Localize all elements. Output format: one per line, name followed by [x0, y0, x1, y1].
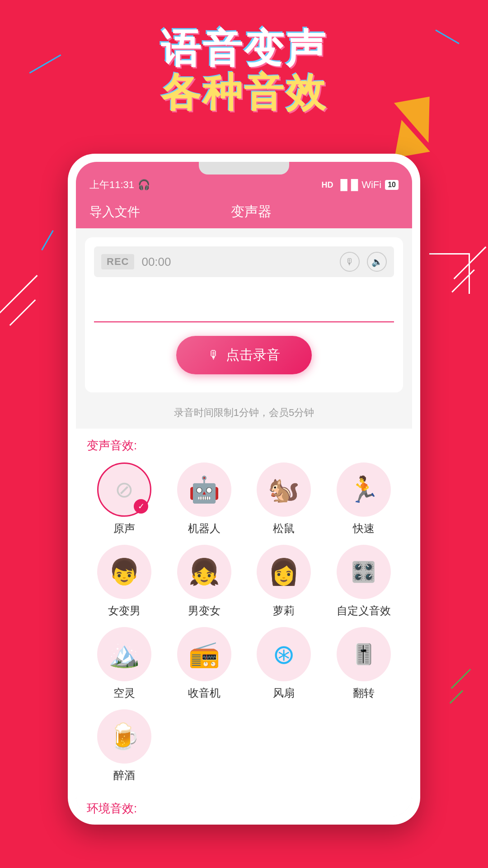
status-time: 上午11:31 [89, 178, 134, 192]
effects-grid: ⊘ ✓ 原声 🤖 机器人 [87, 462, 401, 783]
effect-label-fan: 风扇 [273, 686, 295, 700]
effect-circle-original: ⊘ ✓ [97, 462, 151, 517]
effect-circle-squirrel: 🐿️ [257, 462, 311, 517]
app-header: 导入文件 变声器 [76, 195, 412, 228]
mic-icon[interactable]: 🎙 [340, 252, 360, 272]
phone-mockup: 上午11:31 🎧 HD ▐▌█ WiFi 10 导入文件 变声器 [68, 154, 420, 825]
title-area: 语音变声 各种音效 [0, 27, 488, 115]
title-line1: 语音变声 [0, 27, 488, 71]
headphone-icon: 🎧 [138, 179, 150, 191]
waveform-area [94, 286, 394, 322]
effect-label-fast: 快速 [353, 521, 375, 536]
effect-label-squirrel: 松鼠 [273, 521, 295, 536]
record-button-label: 点击录音 [226, 346, 280, 364]
effect-circle-fan: ⊛ [257, 627, 311, 681]
effect-circle-f2m: 👦 [97, 545, 151, 599]
rec-badge: REC [101, 254, 134, 269]
effect-circle-ethereal: 🏔️ [97, 627, 151, 681]
status-right: HD ▐▌█ WiFi 10 [321, 179, 399, 191]
effect-circle-flip: 🎚️ [337, 627, 391, 681]
status-left: 上午11:31 🎧 [89, 178, 150, 192]
effects-section-label: 变声音效: [87, 438, 401, 453]
recording-area: REC 00:00 🎙 🔈 [85, 237, 403, 392]
battery-indicator: 10 [385, 180, 399, 190]
effect-label-m2f: 男变女 [188, 604, 221, 618]
app-title: 变声器 [231, 203, 272, 221]
effect-label-ethereal: 空灵 [113, 686, 135, 700]
effect-label-molly: 萝莉 [273, 604, 295, 618]
effect-circle-radio: 📻 [177, 627, 231, 681]
effect-ethereal[interactable]: 🏔️ 空灵 [87, 627, 162, 700]
effect-fast[interactable]: 🏃 快速 [326, 462, 402, 536]
effect-robot[interactable]: 🤖 机器人 [167, 462, 242, 536]
phone-screen: 上午11:31 🎧 HD ▐▌█ WiFi 10 导入文件 变声器 [76, 162, 412, 816]
effect-label-f2m: 女变男 [108, 604, 141, 618]
record-btn-container: 🎙 点击录音 [94, 327, 394, 383]
effect-flip[interactable]: 🎚️ 翻转 [326, 627, 402, 700]
effect-original[interactable]: ⊘ ✓ 原声 [87, 462, 162, 536]
effect-circle-drunk: 🍺 [97, 709, 151, 764]
effect-circle-molly: 👩 [257, 545, 311, 599]
effect-circle-robot: 🤖 [177, 462, 231, 517]
effect-custom[interactable]: 🎛️ 自定义音效 [326, 545, 402, 618]
effects-section: 变声音效: ⊘ ✓ 原声 🤖 [76, 429, 412, 796]
effect-radio[interactable]: 📻 收音机 [167, 627, 242, 700]
effect-label-drunk: 醉酒 [113, 768, 135, 783]
record-button[interactable]: 🎙 点击录音 [176, 336, 312, 374]
speaker-icon[interactable]: 🔈 [367, 252, 387, 272]
effect-label-robot: 机器人 [188, 521, 221, 536]
check-badge-original: ✓ [134, 499, 148, 514]
recording-hint: 录音时间限制1分钟，会员5分钟 [76, 401, 412, 429]
effect-label-flip: 翻转 [353, 686, 375, 700]
effect-fan[interactable]: ⊛ 风扇 [246, 627, 322, 700]
effect-m2f[interactable]: 👧 男变女 [167, 545, 242, 618]
effect-circle-fast: 🏃 [337, 462, 391, 517]
import-file-button[interactable]: 导入文件 [89, 203, 140, 221]
rec-timer: 00:00 [141, 255, 333, 269]
signal-icon: ▐▌█ [337, 179, 358, 191]
record-mic-icon: 🎙 [208, 348, 220, 362]
effect-label-radio: 收音机 [188, 686, 221, 700]
effect-circle-m2f: 👧 [177, 545, 231, 599]
rec-bar: REC 00:00 🎙 🔈 [94, 246, 394, 277]
phone-notch [199, 162, 289, 175]
rec-icons: 🎙 🔈 [340, 252, 387, 272]
title-line2: 各种音效 [0, 71, 488, 115]
effect-molly[interactable]: 👩 萝莉 [246, 545, 322, 618]
effect-circle-custom: 🎛️ [337, 545, 391, 599]
wifi-icon: WiFi [361, 179, 381, 191]
hd-label: HD [321, 180, 333, 190]
waveform-line [94, 321, 394, 322]
effect-f2m[interactable]: 👦 女变男 [87, 545, 162, 618]
effect-drunk[interactable]: 🍺 醉酒 [87, 709, 162, 783]
effect-squirrel[interactable]: 🐿️ 松鼠 [246, 462, 322, 536]
effect-label-custom: 自定义音效 [337, 604, 391, 618]
phone-frame: 上午11:31 🎧 HD ▐▌█ WiFi 10 导入文件 变声器 [68, 154, 420, 825]
env-section-label: 环境音效: [76, 796, 412, 816]
effect-label-original: 原声 [113, 521, 135, 536]
